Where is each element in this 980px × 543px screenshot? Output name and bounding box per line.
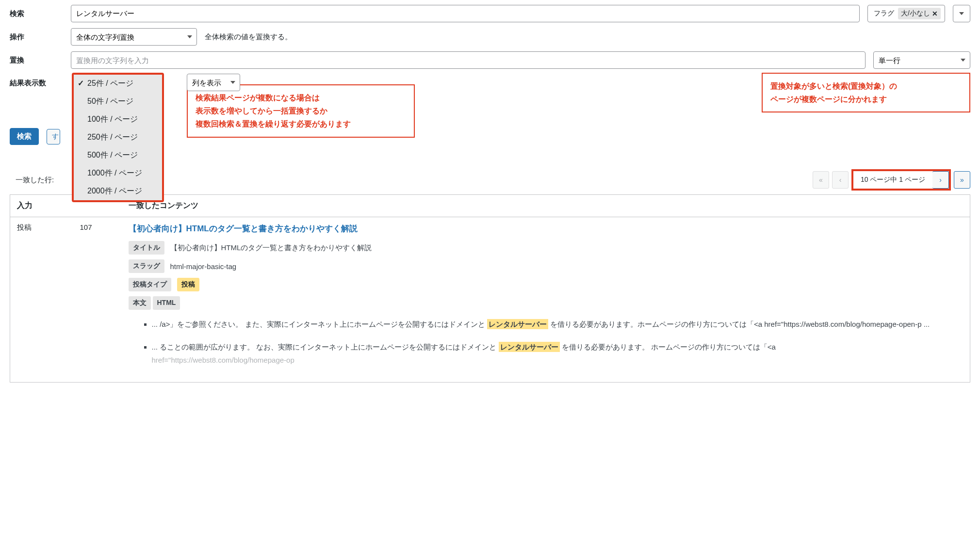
row-content: 【初心者向け】HTMLのタグ一覧と書き方をわかりやすく解説 タイトル 【初心者向… bbox=[122, 217, 970, 383]
pager-highlight: 10 ページ中 1 ページ › bbox=[851, 169, 951, 191]
perpage-dropdown[interactable]: 25件 / ページ 50件 / ページ 100件 / ページ 250件 / ペー… bbox=[72, 73, 164, 202]
search-row: 検索 フラグ 大/小なし ✕ bbox=[10, 5, 970, 22]
meta-body-label: 本文 bbox=[129, 296, 151, 310]
pager-last[interactable]: » bbox=[954, 171, 970, 189]
perpage-row: 結果表示数 25件 / ページ 50件 / ページ 100件 / ページ 250… bbox=[10, 75, 970, 104]
operation-hint: 全体検索の値を置換する。 bbox=[205, 32, 292, 42]
meta-slug-val: html-major-basic-tag bbox=[170, 262, 237, 271]
operation-row: 操作 全体の文字列置換 全体検索の値を置換する。 bbox=[10, 28, 970, 46]
pager-prev[interactable]: ‹ bbox=[832, 171, 849, 189]
replace-row: 置換 単一行 bbox=[10, 51, 970, 69]
result-title-link[interactable]: 【初心者向け】HTMLのタグ一覧と書き方をわかりやすく解説 bbox=[129, 224, 358, 233]
replace-label: 置換 bbox=[10, 56, 63, 65]
meta-posttype-val: 投稿 bbox=[177, 278, 199, 291]
search-input[interactable] bbox=[71, 5, 860, 22]
meta-title-val: 【初心者向け】HTMLのタグ一覧と書き方をわかりやすく解説 bbox=[170, 243, 372, 253]
row-id: 107 bbox=[73, 217, 122, 383]
perpage-option-25[interactable]: 25件 / ページ bbox=[74, 75, 162, 93]
pager: « ‹ 10 ページ中 1 ページ › » bbox=[813, 169, 970, 191]
flag-remove-icon[interactable]: ✕ bbox=[932, 10, 938, 17]
flag-dropdown-button[interactable] bbox=[953, 5, 970, 22]
replace-input[interactable] bbox=[71, 51, 866, 69]
pager-next[interactable]: › bbox=[932, 171, 949, 189]
meta-slug-label: スラッグ bbox=[129, 259, 164, 273]
meta-title-label: タイトル bbox=[129, 241, 164, 255]
search-label: 検索 bbox=[10, 9, 63, 18]
search-button[interactable]: 検索 bbox=[10, 128, 39, 145]
callout-left: 検索結果ページが複数になる場合は 表示数を増やしてから一括置換するか 複数回検索… bbox=[187, 84, 415, 138]
columns-select[interactable]: 列を表示 bbox=[187, 74, 240, 91]
snippet-item: ... /a>」をご参照ください。 また、実際にインターネット上にホームページを… bbox=[152, 318, 964, 331]
perpage-option-2000[interactable]: 2000件 / ページ bbox=[74, 182, 162, 200]
columns-button-area: 列を表示 bbox=[187, 74, 240, 91]
results-table: 入力 一致したコンテンツ 投稿 107 【初心者向け】HTMLのタグ一覧と書き方… bbox=[10, 194, 970, 383]
callout-right: 置換対象が多いと検索(置換対象）の ページが複数ページに分かれます bbox=[762, 73, 970, 112]
operation-label: 操作 bbox=[10, 32, 63, 42]
matches-label: 一致した行: bbox=[16, 176, 54, 185]
replace-mode-select[interactable]: 単一行 bbox=[873, 51, 970, 69]
table-row: 投稿 107 【初心者向け】HTMLのタグ一覧と書き方をわかりやすく解説 タイト… bbox=[10, 217, 970, 383]
highlight: レンタルサーバー bbox=[487, 319, 548, 329]
snippet-item: ... ることの範囲が広がります。 なお、実際にインターネット上にホームページを… bbox=[152, 340, 964, 367]
perpage-option-100[interactable]: 100件 / ページ bbox=[74, 111, 162, 128]
secondary-button[interactable]: す bbox=[47, 129, 60, 144]
perpage-label: 結果表示数 bbox=[10, 75, 63, 88]
pager-info: 10 ページ中 1 ページ bbox=[853, 171, 932, 189]
col-content-header: 一致したコンテンツ bbox=[122, 195, 970, 217]
flag-chip[interactable]: 大/小なし ✕ bbox=[898, 8, 941, 19]
row-type: 投稿 bbox=[10, 217, 73, 383]
meta-block: タイトル 【初心者向け】HTMLのタグ一覧と書き方をわかりやすく解説 スラッグ … bbox=[129, 241, 964, 310]
highlight: レンタルサーバー bbox=[499, 342, 560, 352]
snippet-list: ... /a>」をご参照ください。 また、実際にインターネット上にホームページを… bbox=[129, 318, 964, 367]
perpage-option-250[interactable]: 250件 / ページ bbox=[74, 128, 162, 146]
operation-select[interactable]: 全体の文字列置換 bbox=[71, 28, 197, 46]
perpage-option-1000[interactable]: 1000件 / ページ bbox=[74, 164, 162, 182]
flag-label: フラグ bbox=[874, 9, 894, 18]
meta-body-mode: HTML bbox=[153, 296, 180, 310]
meta-posttype-label: 投稿タイプ bbox=[129, 278, 171, 291]
pager-first[interactable]: « bbox=[813, 171, 829, 189]
col-input-header: 入力 bbox=[10, 195, 73, 217]
perpage-option-50[interactable]: 50件 / ページ bbox=[74, 93, 162, 111]
perpage-option-500[interactable]: 500件 / ページ bbox=[74, 146, 162, 164]
flag-box[interactable]: フラグ 大/小なし ✕ bbox=[867, 5, 945, 22]
